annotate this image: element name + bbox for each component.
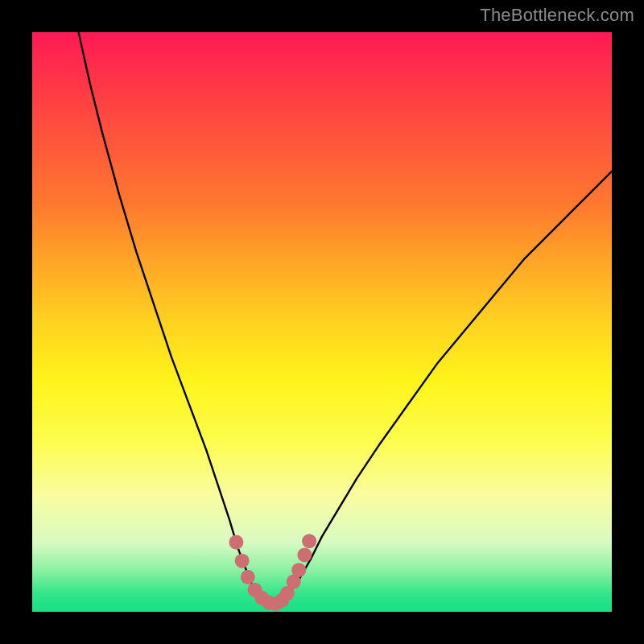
chart-stage: TheBottleneck.com <box>0 0 644 644</box>
marker-dot <box>302 534 316 548</box>
marker-dot <box>229 535 243 550</box>
watermark-text: TheBottleneck.com <box>480 5 634 26</box>
bottom-marker-cluster <box>229 534 316 611</box>
marker-dot <box>241 570 255 584</box>
marker-dot <box>291 563 306 577</box>
bottleneck-curve <box>79 32 612 605</box>
curve-svg <box>32 32 612 612</box>
plot-area <box>32 32 612 612</box>
marker-dot <box>297 547 312 562</box>
marker-dot <box>235 554 250 568</box>
